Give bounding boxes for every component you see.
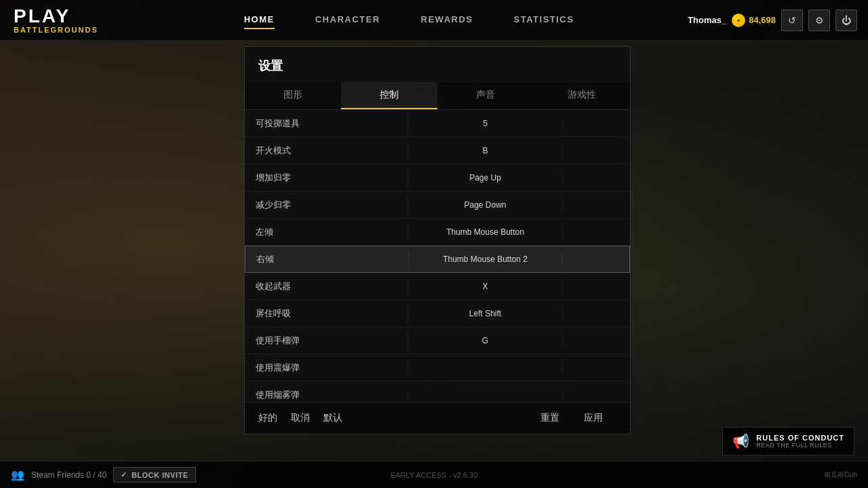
row-label: 使用震爆弹 (245, 356, 408, 379)
settings-row[interactable]: 使用手榴弹G (245, 327, 630, 354)
row-label: 右倾 (245, 248, 408, 271)
bottom-bar: 👥 Steam Friends 0 / 40 ✓ BLOCK INVITE EA… (0, 461, 868, 488)
settings-row[interactable]: 收起武器X (245, 273, 630, 300)
coin-amount: 84,698 (749, 15, 776, 25)
row-key1[interactable]: Left Shift (408, 303, 562, 324)
row-label: 使用手榴弹 (245, 329, 408, 352)
row-key1[interactable]: X (408, 276, 562, 297)
reset-button[interactable]: 重置 (540, 412, 559, 424)
ok-button[interactable]: 好的 (258, 412, 277, 424)
row-key1[interactable]: Page Up (408, 168, 562, 188)
rules-icon: 📢 (732, 433, 749, 449)
settings-content: 可投掷道具5开火模式B增加归零Page Up减少归零Page Down左倾Thu… (245, 110, 630, 402)
friends-section: 👥 Steam Friends 0 / 40 ✓ BLOCK INVITE (11, 467, 196, 483)
block-invite-button[interactable]: ✓ BLOCK INVITE (113, 467, 195, 483)
logo-sub: BATTLEGROUNDS (14, 26, 136, 34)
tab-gameplay[interactable]: 游戏性 (534, 82, 630, 109)
logo-play: PLAY (14, 7, 136, 26)
settings-row[interactable]: 可投掷道具5 (245, 110, 630, 137)
apply-button[interactable]: 应用 (584, 412, 603, 424)
coins-display: ● 84,698 (732, 14, 776, 27)
friends-icon: 👥 (11, 468, 24, 481)
row-label: 左倾 (245, 221, 408, 244)
settings-row[interactable]: 右倾Thumb Mouse Button 2 (245, 246, 630, 273)
row-key1[interactable] (408, 390, 562, 400)
bottom-right-text: 南瓜斯Guh (824, 470, 857, 480)
row-label: 增加归零 (245, 166, 408, 189)
block-invite-label: BLOCK INVITE (132, 471, 189, 479)
row-key2[interactable] (562, 335, 630, 346)
nav-statistics[interactable]: STATISTICS (514, 11, 574, 29)
tab-graphics[interactable]: 图形 (245, 82, 341, 109)
row-key1[interactable]: 5 (408, 113, 562, 134)
refresh-button[interactable]: ↺ (781, 10, 803, 31)
row-label: 使用烟雾弹 (245, 383, 408, 402)
settings-title: 设置 (245, 47, 630, 82)
settings-row[interactable]: 减少归零Page Down (245, 191, 630, 219)
nav-rewards[interactable]: REWARDS (421, 11, 473, 29)
settings-row[interactable]: 左倾Thumb Mouse Button (245, 219, 630, 246)
settings-footer: 好的 取消 默认 重置 应用 (245, 402, 630, 434)
top-navigation-bar: PLAY BATTLEGROUNDS HOME CHARACTER REWARD… (0, 0, 868, 41)
row-key2[interactable] (562, 362, 630, 373)
default-button[interactable]: 默认 (323, 412, 342, 424)
settings-row[interactable]: 开火模式B (245, 137, 630, 164)
rules-text-block: RULES OF CONDUCT READ THE FULL RULES (756, 434, 844, 449)
row-key1[interactable]: Thumb Mouse Button 2 (408, 249, 561, 269)
footer-right-buttons: 重置 应用 (540, 412, 616, 424)
row-key2[interactable] (562, 308, 630, 319)
row-label: 减少归零 (245, 193, 408, 217)
friends-count: Steam Friends 0 / 40 (31, 470, 106, 480)
row-key2[interactable] (562, 145, 630, 156)
row-label: 可投掷道具 (245, 112, 408, 135)
row-key2[interactable] (562, 227, 630, 238)
settings-button[interactable]: ⚙ (808, 10, 830, 31)
tab-controls[interactable]: 控制 (341, 82, 437, 109)
cancel-button[interactable]: 取消 (291, 412, 310, 424)
rules-sub: READ THE FULL RULES (756, 442, 844, 449)
version-text: EARLY ACCESS - v2.6.30 (391, 471, 478, 479)
nav-links: HOME CHARACTER REWARDS STATISTICS (136, 11, 682, 29)
row-key2[interactable] (562, 281, 630, 292)
settings-row[interactable]: 增加归零Page Up (245, 164, 630, 191)
row-key2[interactable] (562, 200, 630, 210)
settings-row[interactable]: 使用震爆弹 (245, 354, 630, 381)
row-key2[interactable] (561, 254, 629, 265)
coin-icon: ● (732, 14, 745, 27)
row-key1[interactable]: Page Down (408, 195, 562, 215)
row-key1[interactable]: B (408, 140, 562, 161)
rules-title: RULES OF CONDUCT (756, 434, 844, 442)
nav-home[interactable]: HOME (244, 11, 275, 29)
row-label: 开火模式 (245, 139, 408, 162)
logo-area: PLAY BATTLEGROUNDS (0, 7, 136, 34)
username-display: Thomas_ (688, 15, 726, 25)
tab-sound[interactable]: 声音 (437, 82, 534, 109)
row-key2[interactable] (562, 390, 630, 400)
row-key1[interactable]: G (408, 331, 562, 351)
row-key2[interactable] (562, 118, 630, 129)
row-key2[interactable] (562, 172, 630, 183)
row-label: 收起武器 (245, 275, 408, 298)
nav-character[interactable]: CHARACTER (315, 11, 380, 29)
settings-tabs: 图形 控制 声音 游戏性 (245, 82, 630, 110)
settings-panel: 设置 图形 控制 声音 游戏性 可投掷道具5开火模式B增加归零Page Up减少… (244, 46, 631, 434)
row-key1[interactable]: Thumb Mouse Button (408, 222, 562, 242)
rules-banner[interactable]: 📢 RULES OF CONDUCT READ THE FULL RULES (722, 427, 854, 455)
top-right-area: Thomas_ ● 84,698 ↺ ⚙ ⏻ (682, 10, 868, 31)
settings-row[interactable]: 屏住呼吸Left Shift (245, 300, 630, 327)
settings-row[interactable]: 使用烟雾弹 (245, 381, 630, 402)
row-label: 屏住呼吸 (245, 302, 408, 325)
row-key1[interactable] (408, 362, 562, 373)
block-invite-icon: ✓ (121, 470, 127, 479)
power-button[interactable]: ⏻ (835, 10, 857, 31)
